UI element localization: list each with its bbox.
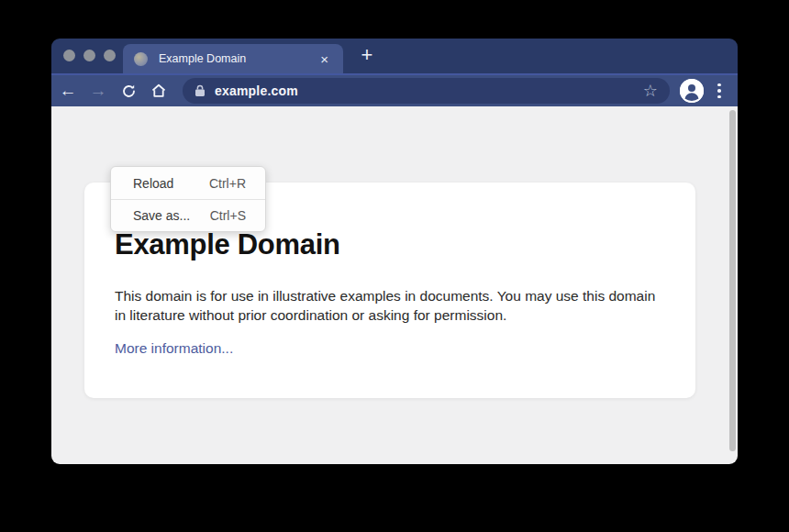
page-title: Example Domain [115,228,665,261]
browser-window: Example Domain × + ← → [51,39,738,464]
toolbar: ← → [51,73,738,106]
back-button[interactable]: ← [54,78,82,104]
more-information-link[interactable]: More information... [115,340,233,357]
menu-item-label: Save as... [133,208,190,223]
menu-item-shortcut: Ctrl+R [209,176,246,191]
home-button[interactable] [145,78,172,104]
desktop-background: Example Domain × + ← → [0,0,789,532]
tab-title: Example Domain [159,52,317,65]
tab-favicon-globe-icon [134,52,148,66]
forward-arrow-icon: → [90,81,107,101]
page-paragraph: This domain is for use in illustrative e… [115,286,658,325]
context-menu: Reload Ctrl+R Save as... Ctrl+S [110,166,266,232]
https-lock-icon[interactable] [194,84,206,97]
profile-avatar-icon[interactable] [680,79,704,103]
window-close-button[interactable] [63,50,75,61]
new-tab-button[interactable]: + [354,42,380,68]
back-arrow-icon: ← [60,81,77,101]
forward-button[interactable]: → [84,78,112,104]
browser-menu-icon[interactable] [712,80,727,103]
window-controls [63,50,116,61]
address-bar[interactable]: example.com ☆ [183,78,670,104]
home-icon [150,83,167,99]
reload-icon [121,83,137,99]
window-zoom-button[interactable] [104,50,116,61]
context-menu-item-reload[interactable]: Reload Ctrl+R [111,167,265,199]
vertical-scrollbar[interactable] [729,110,736,451]
url-text: example.com [215,83,640,98]
tab-close-icon[interactable]: × [317,50,332,68]
bookmark-star-icon[interactable]: ☆ [640,81,661,101]
titlebar: Example Domain × + [51,39,738,73]
reload-button[interactable] [115,78,142,104]
browser-tab[interactable]: Example Domain × [123,44,343,73]
menu-item-label: Reload [133,176,173,191]
page-viewport: Example Domain This domain is for use in… [51,106,738,464]
menu-item-shortcut: Ctrl+S [210,208,246,223]
window-minimize-button[interactable] [83,50,95,61]
context-menu-item-save-as[interactable]: Save as... Ctrl+S [111,199,265,231]
